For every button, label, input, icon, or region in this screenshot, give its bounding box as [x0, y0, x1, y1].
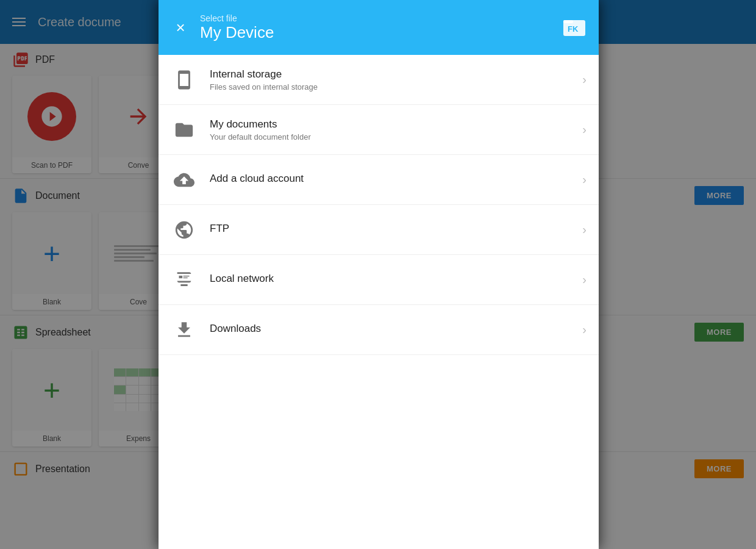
local-network-title: Local network	[210, 273, 570, 285]
cloud-upload-icon	[171, 167, 198, 193]
modal-header: × Select file My Device FK	[159, 0, 599, 55]
modal-header-left: × Select file My Device	[171, 13, 274, 42]
downloads-text: Downloads	[210, 323, 570, 337]
add-cloud-text: Add a cloud account	[210, 173, 570, 187]
svg-rect-1	[563, 20, 573, 23]
svg-text:FK: FK	[568, 24, 579, 34]
globe-icon	[171, 217, 198, 243]
internal-storage-text: Internal storage Files saved on internal…	[210, 68, 570, 92]
modal-body: Internal storage Files saved on internal…	[159, 55, 599, 549]
svg-rect-4	[184, 275, 190, 276]
my-documents-text: My documents Your default document folde…	[210, 118, 570, 142]
select-file-modal: × Select file My Device FK In	[159, 0, 599, 549]
modal-title: My Device	[200, 23, 274, 42]
add-cloud-title: Add a cloud account	[210, 173, 570, 185]
local-network-chevron: ›	[582, 273, 587, 287]
add-cloud-chevron: ›	[582, 173, 587, 187]
ftp-title: FTP	[210, 223, 570, 235]
add-cloud-item[interactable]: Add a cloud account ›	[159, 155, 599, 205]
downloads-item[interactable]: Downloads ›	[159, 305, 599, 355]
svg-rect-3	[179, 275, 183, 278]
local-network-text: Local network	[210, 273, 570, 287]
internal-storage-chevron: ›	[582, 73, 587, 87]
local-network-item[interactable]: Local network ›	[159, 255, 599, 305]
modal-select-label: Select file	[200, 13, 274, 23]
downloads-title: Downloads	[210, 323, 570, 335]
internal-storage-item[interactable]: Internal storage Files saved on internal…	[159, 55, 599, 105]
my-documents-title: My documents	[210, 118, 570, 131]
ftp-item[interactable]: FTP ›	[159, 205, 599, 255]
folder-key-icon: FK	[562, 15, 587, 40]
download-icon	[171, 317, 198, 343]
folder-icon	[171, 117, 198, 143]
my-documents-subtitle: Your default document folder	[210, 132, 570, 142]
modal-close-button[interactable]: ×	[171, 18, 190, 37]
svg-rect-5	[184, 277, 188, 278]
internal-storage-subtitle: Files saved on internal storage	[210, 82, 570, 92]
my-documents-chevron: ›	[582, 123, 587, 137]
my-documents-item[interactable]: My documents Your default document folde…	[159, 105, 599, 155]
network-icon	[171, 267, 198, 293]
internal-storage-title: Internal storage	[210, 68, 570, 81]
ftp-text: FTP	[210, 223, 570, 237]
ftp-chevron: ›	[582, 223, 587, 237]
device-icon	[171, 66, 198, 93]
modal-header-text: Select file My Device	[200, 13, 274, 42]
downloads-chevron: ›	[582, 323, 587, 337]
modal-header-icon-area: FK	[562, 15, 587, 40]
